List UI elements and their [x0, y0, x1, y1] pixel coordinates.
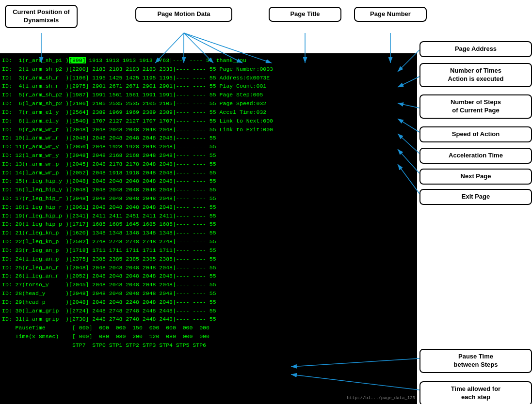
next-page-label: Next Page	[419, 169, 532, 185]
terminal-line: ID: 17(r_leg_hip_r )[2048] 2048 2048 204…	[2, 194, 415, 203]
terminal-line: ID: 4(l_arm_sh_r )[2975] 2901 2671 2671 …	[2, 82, 415, 91]
terminal-line: ID: 8(l_arm_el_y )[1540] 1707 2127 2127 …	[2, 117, 415, 125]
terminal-line: ID: 9(r_arm_wr_r )[2048] 2048 2048 2048 …	[2, 125, 415, 134]
terminal-line: ID: 25(r_leg_an_r )[2048] 2048 2048 2048…	[2, 264, 415, 272]
page-title-label: Page Title	[269, 7, 341, 22]
terminal-line: ID: 27(torso_y )[2045] 2048 2048 2048 20…	[2, 280, 415, 289]
page-motion-data-label: Page Motion Data	[135, 7, 232, 22]
num-times-action-label: Number of TimesAction is executed	[419, 63, 532, 87]
terminal-line: ID: 21(r_leg_kn_p )[1620] 1348 1348 1348…	[2, 229, 415, 237]
terminal-line: ID: 29(head_p )[2048] 2048 2048 2248 204…	[2, 298, 415, 307]
terminal-line: ID: 18(l_leg_hip_r )[2061] 2048 2048 204…	[2, 203, 415, 212]
terminal-line: ID: 31(l_arm_grip )[2730] 2448 2748 2748…	[2, 315, 415, 324]
terminal-line: ID: 5(r_arm_sh_p2 )[1987] 1991 1561 1561…	[2, 91, 415, 99]
terminal-line: ID: 12(l_arm_wr_y )[2048] 2048 2168 2168…	[2, 151, 415, 160]
time-allowed-label: Time allowed foreach step	[419, 381, 532, 404]
page-address-label: Page Address	[419, 41, 532, 57]
terminal-line: ID: 30(l_arm_grip )[2724] 2448 2748 2748…	[2, 307, 415, 315]
terminal-line: ID: 7(r_arm_el_y )[2564] 2389 1969 1969 …	[2, 108, 415, 117]
terminal-display: ID: 1(r_arm_sh_p1 )[890] 1913 1913 1913 …	[0, 53, 417, 404]
acceleration-time-label: Acceleration Time	[419, 148, 532, 164]
terminal-line: ID: 2(l_arm_sh_p2 )[2200] 2183 2183 2183…	[2, 65, 415, 74]
terminal-line: ID: 3(r_arm_sh_r )[1106] 1195 1425 1425 …	[2, 74, 415, 82]
terminal-line: ID: 6(l_arm_sh_p2 )[2106] 2105 2535 2535…	[2, 99, 415, 108]
terminal-line: ID: 24(l_leg_an_p )[2375] 2385 2385 2385…	[2, 255, 415, 264]
terminal-line: ID: 23(r_leg_an_p )[1718] 1711 1711 1711…	[2, 246, 415, 255]
terminal-line: ID: 16(l_leg_hip_y )[2048] 2048 2048 204…	[2, 186, 415, 194]
terminal-line: ID: 1(r_arm_sh_p1 )[890] 1913 1913 1913 …	[2, 56, 415, 65]
pause-time-label: Pause Timebetween Steps	[419, 349, 532, 373]
page-number-label: Page Number	[354, 7, 427, 22]
current-position-label: Current Position of Dynamixels	[5, 5, 78, 28]
terminal-line: Time(x 8msec) [ 000] 080 080 200 120 080…	[2, 332, 415, 341]
terminal-line: ID: 22(l_leg_kn_p )[2502] 2748 2748 2748…	[2, 237, 415, 246]
terminal-line: ID: 11(r_arm_wr_y )[2050] 2048 1928 1928…	[2, 142, 415, 151]
terminal-line: ID: 26(l_leg_an_r )[2052] 2048 2048 2048…	[2, 272, 415, 280]
terminal-line: PauseTime [ 000] 000 000 150 000 000 000…	[2, 324, 415, 332]
terminal-line: ID: 10(l_arm_wr_r )[2048] 2048 2048 2048…	[2, 134, 415, 142]
speed-of-action-label: Speed of Action	[419, 126, 532, 142]
terminal-line: STP7 STP0 STP1 STP2 STP3 STP4 STP5 STP6	[2, 341, 415, 350]
terminal-line: ID: 13(r_arm_wr_p )[2045] 2048 2178 2178…	[2, 160, 415, 169]
num-steps-label: Number of Stepsof Current Page	[419, 94, 532, 119]
terminal-line: ID: 20(l_leg_hip_p )[1717] 1685 1685 164…	[2, 220, 415, 229]
terminal-line: ID: 15(r_leg_hip_y )[2048] 2048 2048 204…	[2, 177, 415, 186]
terminal-line: ID: 14(l_arm_wr_p )[2052] 2048 1918 1918…	[2, 169, 415, 177]
terminal-line: ID: 28(head_y )[2048] 2048 2048 2048 204…	[2, 289, 415, 298]
terminal-line: ID: 19(r_leg_hip_p )[2341] 2411 2411 245…	[2, 212, 415, 220]
exit-page-label: Exit Page	[419, 189, 532, 205]
